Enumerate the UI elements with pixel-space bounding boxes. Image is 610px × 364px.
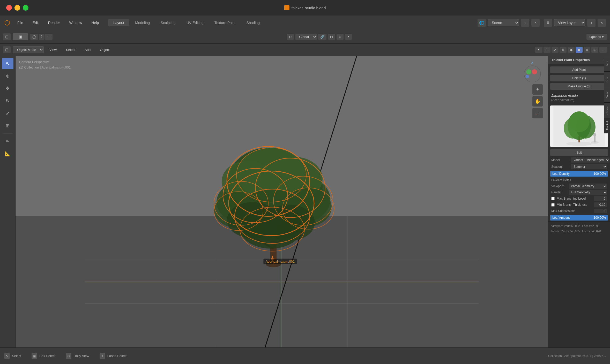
viewport-lod-dropdown[interactable]: Partial Geometry Full Geometry Low Poly (569, 184, 607, 189)
tab-layout[interactable]: Layout (108, 19, 129, 26)
proportional-falloff[interactable]: ∧ (345, 34, 352, 40)
select-circle-btn[interactable]: ◯ (30, 34, 38, 40)
menu-window[interactable]: Window (65, 19, 86, 26)
zoom-in-btn[interactable]: + (532, 84, 543, 95)
panel-header: Thicket Plant Properties ☰ (548, 56, 610, 64)
statusbar: ↖ Select ▣ Box Select ⊙ Dolly View ⌇ Las… (0, 347, 610, 364)
snap-icon[interactable]: 🔗 (318, 34, 326, 40)
viewport-type-btn[interactable]: ⊞ (3, 33, 11, 40)
right-vtabs: Item Tool View Create Thicket (604, 56, 610, 133)
window-controls[interactable] (0, 5, 28, 11)
max-subdiv-input[interactable] (594, 209, 607, 213)
move-tool-btn[interactable]: ✥ (2, 83, 13, 94)
min-branch-checkbox[interactable] (551, 203, 555, 207)
panel-title: Thicket Plant Properties (551, 58, 590, 62)
viewport-more[interactable]: ⋯ (599, 47, 607, 53)
scale-tool-btn[interactable]: ⤢ (2, 108, 13, 119)
pan-btn[interactable]: ✋ (532, 96, 543, 107)
vtab-tool[interactable]: Tool (604, 71, 610, 87)
viewport-shading-eye[interactable]: 👁 (535, 47, 542, 53)
tab-sculpting[interactable]: Sculpting (155, 19, 181, 26)
remove-scene-icon[interactable]: × (531, 19, 540, 27)
viewport-overlay[interactable]: ⊛ (560, 47, 567, 53)
leaf-amount-bar[interactable]: Leaf Amount 100.00% (550, 215, 608, 221)
viewport-rendered2[interactable]: ◎ (591, 47, 598, 53)
remove-view-layer-icon[interactable]: × (598, 19, 606, 27)
box-select-label: Box Select (39, 354, 55, 358)
max-branch-checkbox[interactable] (551, 197, 555, 200)
blender-logo[interactable]: ⬡ (4, 19, 10, 27)
global-toolbar: ⊞ ▣ ◯ ⌇ ⋯ ⊙ Global Local Normal 🔗 ⊡ ⊙ ∧ … (0, 30, 610, 43)
season-dropdown[interactable]: Summer Spring Autumn Winter (571, 164, 607, 169)
select-menu[interactable]: Select (62, 47, 79, 53)
select-lasso-btn[interactable]: ⌇ (39, 34, 44, 40)
render-lod-row: Render: Full Geometry Partial Geometry L… (548, 189, 610, 195)
viewport-shading-wire[interactable]: ⊡ (544, 47, 551, 53)
annotate-tool-btn[interactable]: ✏ (2, 136, 13, 147)
rotate-tool-btn[interactable]: ↻ (2, 95, 13, 107)
options-btn[interactable]: Options ▾ (586, 34, 607, 40)
proportional-edit[interactable]: ⊙ (337, 34, 344, 40)
menu-edit[interactable]: Edit (28, 19, 43, 26)
nav-gizmo[interactable]: Z (522, 61, 543, 82)
render-lod-dropdown[interactable]: Full Geometry Partial Geometry Low Poly (569, 190, 607, 195)
vtab-item[interactable]: Item (604, 56, 610, 71)
delete-button[interactable]: Delete (1) (550, 75, 608, 81)
tree-svg (191, 130, 356, 280)
view-layer-area: 🖥 View Layer + × (544, 19, 606, 27)
max-branch-input[interactable] (594, 196, 607, 201)
transform-tool-btn[interactable]: ⊞ (2, 120, 13, 131)
vtab-create[interactable]: Create (604, 102, 610, 118)
transform-orientation[interactable]: Global Local Normal (295, 34, 317, 40)
menu-help[interactable]: Help (87, 19, 103, 26)
vtab-thicket[interactable]: Thicket (604, 118, 610, 133)
collection-label: (1) Collection | Acer palmatum.001 (19, 65, 71, 70)
new-view-layer-icon[interactable]: + (587, 19, 596, 27)
menu-render[interactable]: Render (44, 19, 64, 26)
select-more-btn[interactable]: ⋯ (45, 34, 53, 40)
leaf-density-bar[interactable]: Leaf Density 100.00% (550, 171, 608, 177)
scene-dropdown[interactable]: Scene (488, 19, 519, 26)
vtab-view[interactable]: View (604, 87, 610, 102)
titlebar: thicket_studio.blend (0, 0, 610, 16)
close-button[interactable] (6, 5, 12, 11)
tab-texture-paint[interactable]: Texture Paint (209, 19, 241, 26)
select-tool-btn[interactable]: ↖ (2, 58, 13, 69)
select-box-btn[interactable]: ▣ (13, 33, 28, 40)
object-menu[interactable]: Object (96, 47, 113, 53)
measure-tool-btn[interactable]: 📐 (2, 148, 13, 160)
view-layer-dropdown[interactable]: View Layer (554, 19, 585, 26)
status-select: ↖ Select (4, 353, 21, 359)
pivot-icon[interactable]: ⊙ (287, 34, 294, 40)
stats-section: Viewport: Verts:66,032 | Faces:42,699 Re… (548, 221, 610, 236)
minimize-button[interactable] (14, 5, 20, 11)
add-plant-button[interactable]: Add Plant (550, 66, 608, 73)
maximize-button[interactable] (23, 5, 28, 11)
cursor-tool-btn[interactable]: ⊕ (2, 70, 13, 82)
viewport-solid[interactable]: ◼ (576, 47, 583, 53)
view-menu[interactable]: View (46, 47, 60, 53)
snap-toggle[interactable]: ⊡ (328, 34, 335, 40)
tab-modeling[interactable]: Modeling (130, 19, 155, 26)
viewport-gizmo-btn[interactable]: ↗ (552, 47, 559, 53)
tab-uv-editing[interactable]: UV Editing (181, 19, 209, 26)
object-mode-dropdown[interactable]: Object Mode Edit Mode Sculpt Mode (13, 46, 44, 53)
new-scene-icon[interactable]: + (521, 19, 529, 27)
options-label: Options (590, 35, 601, 39)
viewport-rendered[interactable]: ◉ (568, 47, 575, 53)
viewport-header-icon[interactable]: ⊞ (3, 46, 11, 53)
min-branch-input[interactable] (594, 202, 607, 207)
model-dropdown[interactable]: Variant 1 Middle-aged (571, 157, 609, 163)
mode-toolbar: ⊞ Object Mode Edit Mode Sculpt Mode View… (0, 43, 610, 56)
leaf-amount-value: 100.00% (594, 216, 606, 219)
camera-btn[interactable]: 🎥 (532, 108, 543, 118)
menu-file[interactable]: File (13, 19, 27, 26)
tab-shading[interactable]: Shading (241, 19, 265, 26)
max-subdiv-label: Max Subdivisions (551, 209, 592, 213)
viewport-material[interactable]: ◈ (584, 47, 590, 53)
status-right-info: Collection | Acer palmatum.001 | Verts:6… (548, 354, 606, 358)
add-menu[interactable]: Add (81, 47, 94, 53)
make-unique-button[interactable]: Make Unique (0) (550, 83, 608, 90)
edit-button[interactable]: Edit (550, 149, 608, 156)
viewport-stats: Viewport: Verts:66,032 | Faces:42,699 (551, 224, 607, 229)
